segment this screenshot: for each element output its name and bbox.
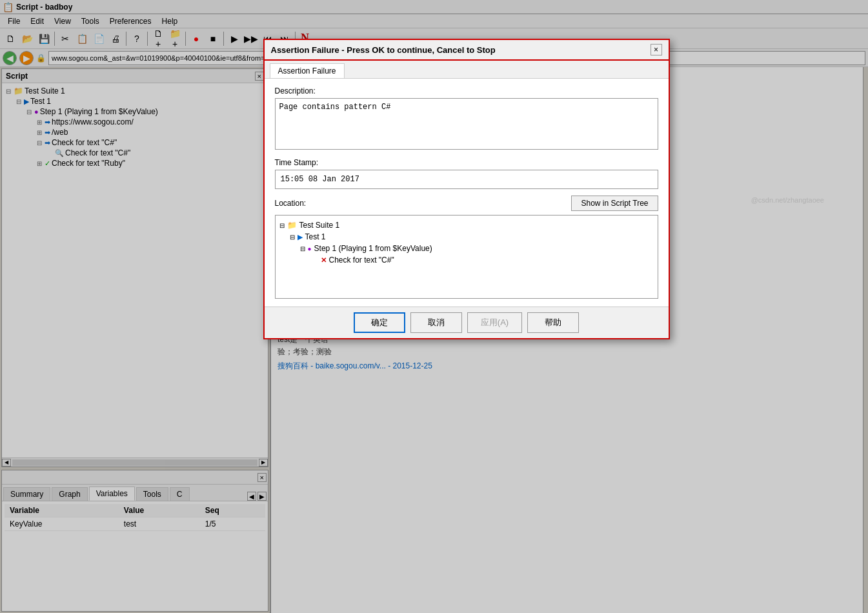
- help-button[interactable]: 帮助: [527, 312, 579, 333]
- loc-tree-item[interactable]: ⊟ ▶ Test 1: [279, 231, 654, 243]
- loc-step-icon: ●: [308, 245, 312, 252]
- modal-title-bar: Assertion Failure - Press OK to continue…: [265, 40, 669, 61]
- show-script-tree-btn[interactable]: Show in Script Tree: [571, 196, 658, 211]
- modal-title-text: Assertion Failure - Press OK to continue…: [271, 45, 496, 55]
- apply-button[interactable]: 应用(A): [467, 312, 522, 333]
- loc-label: Test Suite 1: [299, 221, 340, 230]
- modal-overlay: Assertion Failure - Press OK to continue…: [0, 0, 868, 613]
- timestamp-label: Time Stamp:: [275, 158, 658, 167]
- loc-tree-item[interactable]: ⊟ 📁 Test Suite 1: [279, 219, 654, 231]
- loc-label: Step 1 (Playing 1 from $KeyValue): [314, 244, 432, 253]
- app-window: 📋 Script - badboy File Edit View Tools P…: [0, 0, 868, 613]
- cancel-button[interactable]: 取消: [410, 312, 462, 333]
- location-row: Location: Show in Script Tree: [275, 196, 658, 211]
- description-label: Description:: [275, 86, 658, 95]
- loc-expand-minus[interactable]: ⊟: [290, 234, 295, 241]
- loc-label: Check for text "C#": [329, 256, 394, 265]
- modal-close-btn[interactable]: ×: [651, 44, 662, 55]
- timestamp-input: [275, 170, 658, 189]
- modal-tab-assertion[interactable]: Assertion Failure: [270, 63, 345, 78]
- loc-expand-minus[interactable]: ⊟: [279, 222, 285, 229]
- loc-expand-minus[interactable]: ⊟: [300, 245, 305, 252]
- description-textarea: Page contains pattern C#: [275, 98, 658, 150]
- loc-tree-item[interactable]: ⊟ ● Step 1 (Playing 1 from $KeyValue): [279, 243, 654, 254]
- loc-test-icon: ▶: [298, 233, 303, 241]
- loc-label: Test 1: [305, 232, 326, 241]
- loc-folder-icon: 📁: [287, 221, 297, 230]
- modal-tab-bar: Assertion Failure: [265, 61, 669, 79]
- modal-body: Description: Page contains pattern C# Ti…: [265, 79, 669, 306]
- loc-tree-item[interactable]: ✕ Check for text "C#": [279, 254, 654, 266]
- location-label: Location:: [275, 199, 307, 208]
- ok-button[interactable]: 确定: [354, 312, 405, 333]
- modal-footer: 确定 取消 应用(A) 帮助: [265, 306, 669, 338]
- loc-x-icon: ✕: [321, 256, 327, 265]
- assertion-modal: Assertion Failure - Press OK to continue…: [263, 39, 670, 339]
- location-tree: ⊟ 📁 Test Suite 1 ⊟ ▶ Test 1 ⊟ ● Step: [275, 215, 658, 299]
